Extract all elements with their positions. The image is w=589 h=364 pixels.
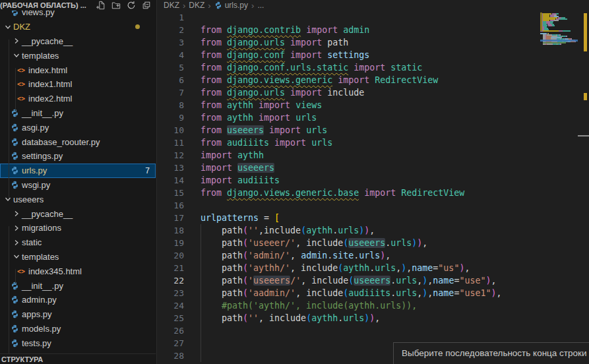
tree-item-templates[interactable]: templates bbox=[0, 48, 156, 63]
tree-item-useeers[interactable]: useeers bbox=[0, 192, 156, 206]
tree-item-initpy[interactable]: __init__.py bbox=[0, 106, 156, 121]
code-line-7[interactable]: 7from django.urls import include bbox=[158, 86, 589, 99]
indent-guide bbox=[201, 224, 201, 362]
code-line-21[interactable]: 21 path('aythh/', include(aythh.urls,),n… bbox=[158, 262, 589, 274]
overview-ruler-warning-mark bbox=[584, 13, 587, 51]
new-file-icon[interactable] bbox=[96, 1, 106, 10]
python-icon bbox=[11, 324, 19, 333]
code-line-20[interactable]: 20 path('admin/', admin.site.urls), bbox=[158, 249, 589, 262]
outline-section-header[interactable]: СТРУКТУРА bbox=[0, 353, 156, 364]
line-number: 26 bbox=[158, 324, 184, 337]
python-icon bbox=[11, 181, 19, 189]
html-icon: <> bbox=[17, 80, 25, 88]
tree-indent-guide bbox=[9, 226, 9, 364]
eol-tooltip: Выберите последовательность конца строки bbox=[393, 342, 589, 364]
new-folder-icon[interactable] bbox=[111, 1, 121, 10]
tree-item-databaseroouterpy[interactable]: database_roouter.py bbox=[0, 135, 156, 149]
refresh-icon[interactable] bbox=[127, 1, 136, 10]
outline-title: СТРУКТУРА bbox=[1, 355, 43, 363]
code-line-17[interactable]: 17urlpatterns = [ bbox=[158, 212, 589, 224]
line-number: 8 bbox=[158, 99, 184, 111]
code-line-2[interactable]: 2from django.contrib import admin bbox=[158, 24, 589, 36]
code-line-18[interactable]: 18 path('',include(aythh.urls)), bbox=[158, 224, 589, 237]
code-line-25[interactable]: 25 path('', include(aythh.urls)), bbox=[158, 312, 589, 324]
chevron-down-icon bbox=[13, 52, 20, 59]
overview-ruler-warning-mark-2 bbox=[584, 93, 587, 100]
tree-item-static[interactable]: static bbox=[0, 235, 156, 250]
code-line-24[interactable]: 24 #path('aythh/', include(aythh.urls)), bbox=[158, 299, 589, 312]
code-line-9[interactable]: 9from aythh import urls bbox=[158, 111, 589, 124]
code-line-22[interactable]: 22 path('useeers/', include(useeers.urls… bbox=[158, 274, 589, 287]
breadcrumb-segment[interactable]: DKZ bbox=[164, 1, 179, 10]
line-number: 6 bbox=[158, 74, 184, 86]
editor-pane: DKZ›DKZ›urls.py›... 12from django.contri… bbox=[158, 0, 589, 364]
code-line-19[interactable]: 19 path('useeer/', include(useeers.urls)… bbox=[158, 237, 589, 249]
code-line-13[interactable]: 13import useeers bbox=[158, 162, 589, 174]
code-line-15[interactable]: 15from django.views.generic.base import … bbox=[158, 187, 589, 199]
tree-item-testspy[interactable]: tests.py bbox=[0, 336, 156, 350]
breadcrumb-tail[interactable]: ... bbox=[257, 1, 264, 10]
breadcrumb-segment[interactable]: DKZ bbox=[189, 1, 204, 10]
code-line-1[interactable]: 1 bbox=[158, 11, 589, 24]
tree-item-pycache[interactable]: __pycache__ bbox=[0, 34, 156, 49]
line-number: 1 bbox=[158, 11, 184, 24]
code-line-14[interactable]: 14import audiiits bbox=[158, 174, 589, 187]
python-icon bbox=[11, 109, 19, 117]
code-line-10[interactable]: 10from useeers import urls bbox=[158, 124, 589, 136]
line-number: 11 bbox=[158, 136, 184, 149]
tree-item-templates[interactable]: templates bbox=[0, 250, 156, 264]
collapse-all-icon[interactable] bbox=[142, 1, 151, 10]
tree-item-index345html[interactable]: <>index345.html bbox=[0, 264, 156, 278]
code-line-8[interactable]: 8from aythh import views bbox=[158, 99, 589, 111]
tree-item-settingspy[interactable]: settings.py bbox=[0, 149, 156, 164]
line-number: 27 bbox=[158, 337, 184, 349]
tree-item-DKZ[interactable]: DKZ bbox=[0, 20, 156, 34]
tree-item-appspy[interactable]: apps.py bbox=[0, 307, 156, 322]
line-number: 14 bbox=[158, 174, 184, 187]
tree-item-urlspy[interactable]: urls.py7 bbox=[0, 164, 156, 178]
tree-item-initpy[interactable]: __init__.py bbox=[0, 278, 156, 293]
html-icon: <> bbox=[17, 67, 25, 74]
minimap[interactable] bbox=[540, 12, 578, 104]
code-line-12[interactable]: 12import aythh bbox=[158, 149, 589, 162]
tree-item-migrations[interactable]: migrations bbox=[0, 221, 156, 235]
tree-item-asgipy[interactable]: asgi.py bbox=[0, 120, 156, 135]
tree-item-wsgipy[interactable]: wsgi.py bbox=[0, 178, 156, 193]
tree-item-index2html[interactable]: <>index2.html bbox=[0, 92, 156, 106]
tree-item-adminpy[interactable]: admin.py bbox=[0, 293, 156, 307]
python-icon bbox=[11, 138, 19, 146]
python-icon bbox=[11, 123, 19, 132]
breadcrumb-file[interactable]: urls.py bbox=[225, 1, 248, 10]
python-icon bbox=[11, 339, 19, 348]
line-number: 2 bbox=[158, 24, 184, 36]
python-icon bbox=[11, 152, 19, 160]
code-line-11[interactable]: 11from audiiits import urls bbox=[158, 136, 589, 149]
python-icon bbox=[11, 282, 19, 290]
line-number: 24 bbox=[158, 299, 184, 312]
line-number: 21 bbox=[158, 262, 184, 274]
vscode-window: (РАБОЧАЯ ОБЛАСТЬ) ... views.pyDKZ__pycac… bbox=[0, 0, 589, 364]
workspace-title: (РАБОЧАЯ ОБЛАСТЬ) ... bbox=[0, 1, 86, 9]
code-line-16[interactable]: 16 bbox=[158, 199, 589, 212]
chevron-down-icon bbox=[5, 196, 11, 202]
problems-badge: 7 bbox=[145, 166, 156, 175]
explorer-section-header[interactable]: (РАБОЧАЯ ОБЛАСТЬ) ... bbox=[0, 0, 156, 11]
line-number: 7 bbox=[158, 86, 184, 99]
tree-item-index1html[interactable]: <>index1.html bbox=[0, 77, 156, 92]
code-line-3[interactable]: 3from django.urls import path bbox=[158, 36, 589, 49]
python-icon bbox=[214, 1, 222, 9]
line-number: 13 bbox=[158, 162, 184, 174]
code-line-26[interactable]: 26 bbox=[158, 324, 589, 337]
code-line-4[interactable]: 4from django.conf import settings bbox=[158, 49, 589, 61]
code-line-5[interactable]: 5from django.conf.urls.static import sta… bbox=[158, 61, 589, 74]
line-number: 12 bbox=[158, 149, 184, 162]
line-number: 20 bbox=[158, 249, 184, 262]
code-line-23[interactable]: 23 path('aadmin/', include(audiiits.urls… bbox=[158, 287, 589, 299]
tree-item-modelspy[interactable]: models.py bbox=[0, 322, 156, 336]
tree-item-indexhtml[interactable]: <>index.html bbox=[0, 63, 156, 77]
tree-item-pycache[interactable]: __pycache__ bbox=[0, 206, 156, 221]
line-number: 22 bbox=[158, 274, 184, 287]
line-number: 10 bbox=[158, 124, 184, 136]
code-line-6[interactable]: 6from django.views.generic import Redire… bbox=[158, 74, 589, 86]
line-number: 23 bbox=[158, 287, 184, 299]
